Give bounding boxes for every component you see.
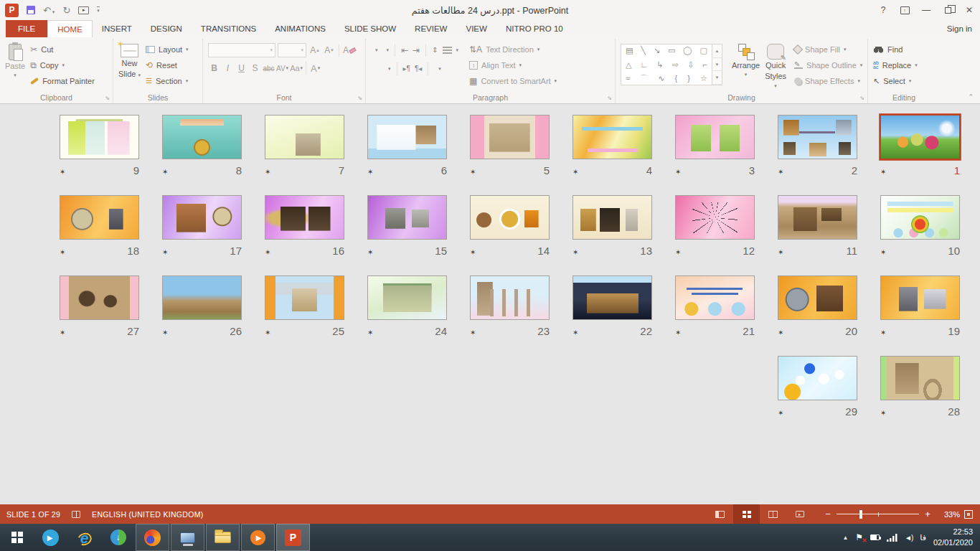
text-direction-button[interactable]: ⇅AText Direction▾ — [469, 42, 557, 57]
minimize-icon[interactable]: — — [915, 0, 937, 20]
paste-button[interactable]: Paste▾ — [5, 42, 25, 78]
collapse-ribbon-icon[interactable]: ⌃ — [968, 93, 974, 100]
start-button[interactable] — [0, 524, 34, 551]
font-color-button[interactable]: A▾ — [309, 61, 321, 75]
reset-button[interactable]: ⟲Reset — [146, 57, 189, 73]
hidden-icons-chevron[interactable]: ▲ — [842, 534, 848, 541]
slide-thumbnail[interactable] — [60, 115, 139, 159]
fit-slide-to-window-icon[interactable] — [964, 510, 973, 519]
save-icon[interactable] — [27, 6, 35, 14]
battery-icon[interactable] — [870, 534, 880, 540]
tab-insert[interactable]: INSERT — [93, 20, 141, 37]
decrease-indent-icon[interactable]: ⇤ — [401, 46, 408, 55]
slide-thumbnail[interactable] — [265, 115, 344, 159]
italic-button[interactable]: I — [222, 61, 234, 75]
slide-thumbnail[interactable] — [470, 115, 550, 159]
drawing-dialog-launcher-icon[interactable]: ⇘ — [859, 95, 864, 101]
font-name-combo[interactable]: ▾ — [208, 43, 275, 57]
taskbar-idm[interactable]: ↓ — [101, 524, 135, 551]
copy-button[interactable]: ⧉Copy▾ — [30, 57, 95, 73]
restore-icon[interactable] — [937, 0, 958, 20]
start-slideshow-icon[interactable]: ▸ — [78, 6, 89, 14]
grow-font-button[interactable]: A▴ — [308, 43, 321, 57]
slide-thumbnail[interactable] — [162, 115, 242, 159]
tab-transitions[interactable]: TRANSITIONS — [192, 20, 265, 37]
slide-thumbnail[interactable] — [367, 195, 447, 240]
slide-thumbnail[interactable] — [675, 276, 755, 320]
clock[interactable]: 22:53 02/01/2020 — [933, 527, 973, 548]
slide-thumbnail[interactable] — [265, 276, 344, 320]
shape-effects-button[interactable]: Shape Effects▾ — [794, 73, 862, 89]
clear-formatting-button[interactable]: A — [343, 43, 356, 57]
normal-view-button[interactable] — [707, 504, 733, 524]
slide-sorter-view-button[interactable] — [733, 504, 760, 524]
slide-thumbnail[interactable] — [265, 195, 344, 240]
new-slide-button[interactable]: New Slide ▾ — [118, 42, 141, 78]
taskbar-telegram[interactable]: ▶ — [34, 524, 67, 551]
slide-thumbnail[interactable] — [675, 115, 755, 159]
shape-outline-button[interactable]: ✎Shape Outline▾ — [794, 57, 862, 73]
spell-check-icon[interactable] — [72, 511, 80, 518]
ltr-direction-icon[interactable]: ▸¶ — [403, 65, 410, 72]
slideshow-view-button[interactable]: ▸ — [786, 504, 813, 524]
slide-thumbnail[interactable] — [880, 195, 960, 240]
slide-thumbnail[interactable] — [573, 276, 652, 320]
slide-thumbnail[interactable] — [778, 195, 857, 240]
layout-button[interactable]: Layout▾ — [146, 42, 189, 57]
font-dialog-launcher-icon[interactable]: ⇘ — [357, 95, 362, 101]
slide-thumbnail[interactable] — [162, 276, 242, 320]
tab-nitro-pro[interactable]: NITRO PRO 10 — [496, 20, 573, 37]
undo-button[interactable]: ↶ ▾ — [43, 4, 55, 17]
zoom-slider[interactable] — [837, 510, 919, 519]
slide-thumbnail[interactable] — [778, 356, 857, 400]
input-language-indicator[interactable]: فا — [920, 533, 926, 542]
slide-thumbnail[interactable] — [470, 276, 550, 320]
close-icon[interactable]: ✕ — [958, 0, 980, 20]
cut-button[interactable]: ✂Cut — [30, 42, 95, 57]
action-center-flag-icon[interactable]: ⚑✕ — [855, 532, 863, 542]
underline-button[interactable]: U — [235, 61, 248, 75]
tab-file[interactable]: FILE — [6, 20, 47, 37]
help-icon[interactable]: ? — [872, 0, 894, 20]
replace-button[interactable]: abacReplace▾ — [873, 57, 918, 73]
slide-thumbnail[interactable] — [367, 115, 447, 159]
taskbar-internet-explorer[interactable]: e — [67, 524, 101, 551]
customize-qat-icon[interactable]: ▾ — [97, 6, 100, 14]
rtl-direction-icon[interactable]: ¶◂ — [415, 65, 422, 72]
shapes-gallery[interactable]: ▤╲↘▭◯▢ △∟↳⇨⇩⌐ ≈⌒∿{}☆ — [621, 44, 712, 85]
zoom-level[interactable]: 33% — [938, 510, 960, 519]
language-indicator[interactable]: ENGLISH (UNITED KINGDOM) — [92, 510, 203, 519]
find-button[interactable]: Find — [873, 42, 918, 57]
align-text-button[interactable]: ↕Align Text▾ — [469, 57, 557, 73]
repeat-icon[interactable]: ↻ — [62, 6, 70, 15]
sign-in-link[interactable]: Sign in — [947, 20, 972, 37]
taskbar-remote-desktop[interactable] — [171, 524, 204, 551]
zoom-out-button[interactable]: − — [824, 509, 831, 519]
taskbar-firefox[interactable] — [136, 524, 169, 551]
bold-button[interactable]: B — [208, 61, 220, 75]
shrink-font-button[interactable]: A▾ — [323, 43, 335, 57]
reading-view-button[interactable] — [760, 504, 786, 524]
taskbar-file-explorer[interactable] — [206, 524, 240, 551]
line-spacing-icon[interactable]: ⇕ — [432, 47, 438, 54]
slide-thumbnail[interactable] — [880, 356, 960, 400]
select-button[interactable]: ↖Select▾ — [873, 73, 918, 89]
text-shadow-button[interactable]: S — [249, 61, 261, 75]
character-spacing-button[interactable]: AV▾ — [276, 61, 288, 75]
slide-thumbnail[interactable] — [162, 195, 242, 240]
slide-thumbnail[interactable] — [470, 195, 550, 240]
strikethrough-button[interactable]: abc — [263, 61, 275, 75]
format-painter-button[interactable]: Format Painter — [30, 73, 95, 89]
tab-slide-show[interactable]: SLIDE SHOW — [335, 20, 405, 37]
text-box-shape-icon[interactable]: ▤ — [626, 47, 633, 55]
speaker-icon[interactable]: ◄) — [905, 534, 913, 542]
tab-home[interactable]: HOME — [47, 20, 93, 37]
slide-thumbnail[interactable] — [573, 115, 652, 159]
tab-review[interactable]: REVIEW — [405, 20, 456, 37]
shape-fill-button[interactable]: Shape Fill▾ — [794, 42, 862, 57]
taskbar-powerpoint[interactable]: P — [276, 524, 310, 551]
shapes-gallery-scroll[interactable]: ▲▼▼ — [712, 44, 722, 85]
convert-smartart-button[interactable]: ▦Convert to SmartArt▾ — [469, 73, 557, 89]
slide-thumbnail[interactable] — [573, 195, 652, 240]
paragraph-dialog-launcher-icon[interactable]: ⇘ — [607, 95, 612, 101]
